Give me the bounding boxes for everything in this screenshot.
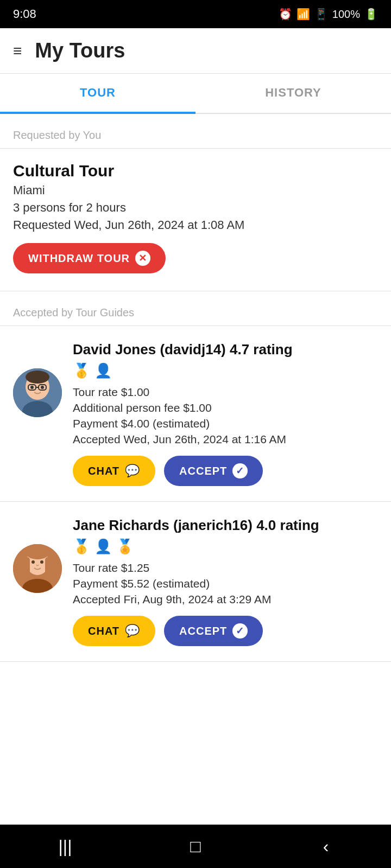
withdraw-label: WITHDRAW TOUR — [28, 252, 130, 265]
badge-person-2: 👤 — [94, 538, 112, 555]
alarm-icon: ⏰ — [279, 8, 292, 21]
svg-point-16 — [31, 560, 35, 564]
accepted-section-label: Accepted by Tour Guides — [0, 291, 391, 326]
guide-accepted-david: Accepted Wed, Jun 26th, 2024 at 1:16 AM — [73, 433, 378, 446]
avatar-male-placeholder — [13, 368, 62, 417]
tab-tour[interactable]: TOUR — [0, 74, 195, 114]
svg-rect-14 — [45, 557, 51, 579]
bottom-nav: ||| □ ‹ — [0, 825, 391, 868]
badge-award-2: 🏅 — [116, 538, 134, 555]
guide-card-jane: Jane Richards (janerich16) 4.0 rating 🥇 … — [0, 502, 391, 661]
check-circle-icon-david: ✓ — [232, 463, 248, 478]
svg-point-7 — [30, 386, 34, 389]
badge-person-1: 👤 — [94, 362, 112, 379]
chat-bubble-icon: 💬 — [125, 464, 140, 478]
guide-additional-fee-david: Additional person fee $1.00 — [73, 401, 378, 414]
tour-request-card: Cultural Tour Miami 3 persons for 2 hour… — [0, 149, 391, 291]
requested-section-label: Requested by You — [0, 114, 391, 148]
guide-actions-jane: CHAT 💬 ACCEPT ✓ — [73, 616, 378, 646]
tab-bar: TOUR HISTORY — [0, 74, 391, 114]
guide-info-david: David Jones (davidj14) 4.7 rating 🥇 👤 To… — [73, 341, 378, 486]
badge-medal-2: 🥇 — [73, 538, 90, 555]
status-icons: ⏰ 📶 📱 100% 🔋 — [279, 8, 378, 21]
check-circle-icon-jane: ✓ — [232, 623, 248, 639]
tour-name: Cultural Tour — [13, 162, 378, 180]
svg-point-17 — [40, 560, 43, 564]
guide-badges-jane: 🥇 👤 🏅 — [73, 538, 378, 555]
accepted-section: Accepted by Tour Guides — [0, 291, 391, 662]
nav-recent-apps[interactable]: ||| — [49, 830, 81, 863]
svg-rect-13 — [24, 557, 30, 579]
guide-tour-rate-jane: Tour rate $1.25 — [73, 561, 378, 575]
withdraw-icon: ✕ — [135, 251, 150, 266]
guide-accepted-jane: Accepted Fri, Aug 9th, 2024 at 3:29 AM — [73, 593, 378, 606]
accept-label-david: ACCEPT — [179, 465, 227, 477]
guide-info-jane: Jane Richards (janerich16) 4.0 rating 🥇 … — [73, 517, 378, 646]
avatar-female-placeholder — [13, 544, 62, 593]
nav-home[interactable]: □ — [179, 830, 212, 863]
menu-icon[interactable]: ≡ — [13, 42, 22, 60]
tour-requested-time: Requested Wed, Jun 26th, 2024 at 1:08 AM — [13, 218, 378, 232]
nav-back[interactable]: ‹ — [310, 830, 342, 863]
guide-card-david: David Jones (davidj14) 4.7 rating 🥇 👤 To… — [0, 326, 391, 501]
accept-button-jane[interactable]: ACCEPT ✓ — [164, 616, 263, 646]
page-title: My Tours — [35, 39, 125, 62]
tab-history[interactable]: HISTORY — [195, 74, 391, 113]
tour-location: Miami — [13, 183, 378, 197]
wifi-icon: 📶 — [297, 8, 310, 21]
app-header: ≡ My Tours — [0, 28, 391, 74]
guide-payment-jane: Payment $5.52 (estimated) — [73, 577, 378, 590]
badge-medal-1: 🥇 — [73, 362, 90, 379]
withdraw-button[interactable]: WITHDRAW TOUR ✕ — [13, 243, 166, 273]
guide-badges-david: 🥇 👤 — [73, 362, 378, 379]
accept-button-david[interactable]: ACCEPT ✓ — [164, 456, 263, 486]
tour-persons: 3 persons for 2 hours — [13, 201, 378, 215]
requested-section: Requested by You Cultural Tour Miami 3 p… — [0, 114, 391, 291]
guide-actions-david: CHAT 💬 ACCEPT ✓ — [73, 456, 378, 486]
svg-point-2 — [26, 371, 49, 384]
guide-tour-rate-david: Tour rate $1.00 — [73, 386, 378, 399]
chat-bubble-icon-jane: 💬 — [125, 624, 140, 638]
svg-point-12 — [25, 544, 50, 559]
accept-label-jane: ACCEPT — [179, 625, 227, 637]
chat-label-david: CHAT — [88, 465, 119, 477]
avatar-david — [13, 368, 62, 417]
status-bar: 9:08 ⏰ 📶 📱 100% 🔋 — [0, 0, 391, 28]
chat-button-david[interactable]: CHAT 💬 — [73, 456, 155, 486]
chat-label-jane: CHAT — [88, 625, 119, 637]
chat-button-jane[interactable]: CHAT 💬 — [73, 616, 155, 646]
guide-name-jane: Jane Richards (janerich16) 4.0 rating — [73, 517, 378, 534]
avatar-jane — [13, 544, 62, 593]
status-time: 9:08 — [13, 7, 36, 21]
battery-icon: 🔋 — [364, 8, 378, 21]
battery-text: 100% — [332, 8, 360, 21]
guide-payment-david: Payment $4.00 (estimated) — [73, 417, 378, 430]
signal-icon: 📱 — [314, 8, 328, 21]
guide-name-david: David Jones (davidj14) 4.7 rating — [73, 341, 378, 358]
svg-point-8 — [41, 386, 44, 389]
